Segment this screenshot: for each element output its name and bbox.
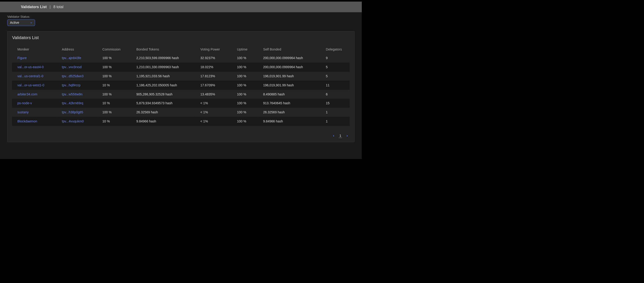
col-uptime[interactable]: Uptime (232, 45, 258, 54)
moniker-link[interactable]: val...or-us-west1-0 (12, 81, 56, 90)
header-separator: | (50, 5, 50, 9)
cell-self: 196,019,901.99 hash (258, 81, 320, 90)
cell-self: 196,019,901.99 hash (258, 72, 320, 81)
address-link[interactable]: tpv...hql9rcrp (56, 81, 97, 90)
cell-voting: < 1% (195, 108, 232, 117)
cell-bonded: 5,879,934.9349573 hash (131, 99, 195, 108)
panel-title: Validators List (12, 36, 350, 40)
cell-commission: 100 % (97, 90, 131, 99)
page-prev-icon[interactable] (332, 134, 335, 137)
cell-uptime: 100 % (232, 90, 258, 99)
page-number[interactable]: 1 (338, 134, 342, 138)
table-row: ps-node-vtpv...42km69rq10 %5,879,934.934… (12, 99, 350, 108)
cell-delegators: 5 (320, 72, 350, 81)
page-next-icon[interactable] (346, 134, 348, 137)
moniker-link[interactable]: val...or-us-east4-0 (12, 62, 56, 72)
address-link[interactable]: tpv...d525dwx3 (56, 72, 97, 81)
cell-commission: 100 % (97, 108, 131, 117)
cell-bonded: 2,210,503,599.0999966 hash (131, 54, 195, 62)
table-row: val...us-central1-0tpv...d525dwx3100 %1,… (12, 72, 350, 81)
cell-self: 26.32569 hash (258, 108, 320, 117)
moniker-link[interactable]: val...us-central1-0 (12, 72, 56, 81)
address-link[interactable]: tpv...vvv3rxsd (56, 62, 97, 72)
table-row: arbiter34.comtpv...w55ttw9n100 %905,286,… (12, 90, 350, 99)
table-row: val...or-us-east4-0tpv...vvv3rxsd100 %1,… (12, 62, 350, 72)
cell-commission: 10 % (97, 117, 131, 126)
header-title: Validators List (21, 5, 47, 9)
cell-bonded: 1,195,921,033.56 hash (131, 72, 195, 81)
cell-self: 200,000,000.0999964 hash (258, 62, 320, 72)
cell-commission: 100 % (97, 54, 131, 62)
cell-delegators: 1 (320, 117, 350, 126)
cell-uptime: 100 % (232, 99, 258, 108)
cell-uptime: 100 % (232, 54, 258, 62)
cell-self: 8.490885 hash (258, 90, 320, 99)
moniker-link[interactable]: Figure (12, 54, 56, 62)
cell-self: 9.84966 hash (258, 117, 320, 126)
cell-voting: < 1% (195, 117, 232, 126)
status-select[interactable]: Active (7, 19, 35, 26)
col-bonded[interactable]: Bonded Tokens (131, 45, 195, 54)
table-row: val...or-us-west1-0tpv...hql9rcrp10 %1,1… (12, 81, 350, 90)
cell-uptime: 100 % (232, 62, 258, 72)
moniker-link[interactable]: Blockdaemon (12, 117, 56, 126)
cell-uptime: 100 % (232, 108, 258, 117)
filter-label: Validator Status: (7, 15, 354, 18)
address-link[interactable]: tpv...w55ttw9n (56, 90, 97, 99)
cell-voting: 32.9237% (195, 54, 232, 62)
address-link[interactable]: tpv...ajn843fe (56, 54, 97, 62)
cell-uptime: 100 % (232, 117, 258, 126)
cell-commission: 100 % (97, 72, 131, 81)
col-moniker[interactable]: Moniker (12, 45, 56, 54)
cell-bonded: 905,286,905.32528 hash (131, 90, 195, 99)
cell-voting: 17.6709% (195, 81, 232, 90)
cell-uptime: 100 % (232, 81, 258, 90)
cell-bonded: 26.32569 hash (131, 108, 195, 117)
chevron-down-icon (30, 22, 32, 24)
cell-bonded: 1,210,001,330.0999963 hash (131, 62, 195, 72)
cell-voting: 13.4835% (195, 90, 232, 99)
validators-panel: Validators List Moniker Address Commissi… (7, 31, 354, 142)
cell-commission: 100 % (97, 62, 131, 72)
header-count: 8 total (54, 5, 64, 9)
page-header: Validators List | 8 total (0, 2, 362, 12)
cell-self: 200,000,000.0999964 hash (258, 54, 320, 62)
cell-delegators: 6 (320, 90, 350, 99)
cell-delegators: 11 (320, 81, 350, 90)
cell-delegators: 1 (320, 108, 350, 117)
cell-voting: 17.8123% (195, 72, 232, 81)
col-self[interactable]: Self Bonded (258, 45, 320, 54)
table-row: Blockdaemontpv...4vuqukm010 %9.84966 has… (12, 117, 350, 126)
cell-bonded: 1,186,425,202.050005 hash (131, 81, 195, 90)
address-link[interactable]: tpv...h38p0g85 (56, 108, 97, 117)
cell-voting: < 1% (195, 99, 232, 108)
address-link[interactable]: tpv...42km69rq (56, 99, 97, 108)
pager: 1 (12, 134, 350, 138)
moniker-link[interactable]: ps-node-v (12, 99, 56, 108)
validators-table: Moniker Address Commission Bonded Tokens… (12, 45, 350, 126)
col-commission[interactable]: Commission (97, 45, 131, 54)
cell-delegators: 5 (320, 62, 350, 72)
table-row: Figuretpv...ajn843fe100 %2,210,503,599.0… (12, 54, 350, 62)
cell-delegators: 9 (320, 54, 350, 62)
cell-commission: 10 % (97, 81, 131, 90)
col-voting[interactable]: Voting Power (195, 45, 232, 54)
cell-bonded: 9.84966 hash (131, 117, 195, 126)
table-row: sustanytpv...h38p0g85100 %26.32569 hash<… (12, 108, 350, 117)
moniker-link[interactable]: sustany (12, 108, 56, 117)
col-address[interactable]: Address (56, 45, 97, 54)
col-delegators[interactable]: Delegators (320, 45, 350, 54)
cell-uptime: 100 % (232, 72, 258, 81)
cell-self: 913.7640645 hash (258, 99, 320, 108)
address-link[interactable]: tpv...4vuqukm0 (56, 117, 97, 126)
cell-commission: 10 % (97, 99, 131, 108)
status-select-value: Active (10, 21, 19, 25)
moniker-link[interactable]: arbiter34.com (12, 90, 56, 99)
cell-delegators: 15 (320, 99, 350, 108)
cell-voting: 18.022% (195, 62, 232, 72)
